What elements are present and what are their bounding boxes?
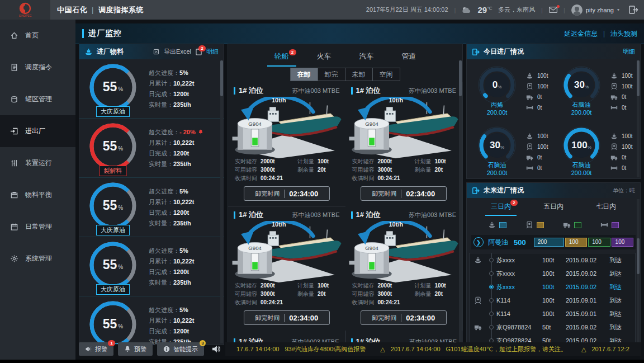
vehicle-id: 京Q9878824 bbox=[496, 323, 542, 332]
berth-stats: 实时罐存2000t 可用罐容3000t 收满时间00:24:21 计划量100t… bbox=[345, 157, 462, 182]
delay-fee-link[interactable]: 延迟金信息 bbox=[564, 29, 598, 39]
tab-badge: 2 bbox=[289, 49, 296, 55]
warning-button[interactable]: 预警 bbox=[118, 342, 153, 356]
materials-detail-link[interactable]: 明细 bbox=[206, 48, 219, 56]
material-stats: 超欠进度：5% 月累计：10,222t 日完成：1200t 实时量：235t/h bbox=[149, 68, 194, 110]
future-panel-header: 未来进厂情况 单位：吨 bbox=[467, 183, 640, 198]
arrival-date: 2015.09.02 bbox=[566, 284, 609, 290]
transport-tab[interactable]: 汽车 bbox=[359, 51, 374, 67]
status-label: 到达 bbox=[609, 310, 629, 318]
quantity: 100t bbox=[542, 310, 566, 317]
user-menu[interactable]: pity zhang ▾ bbox=[571, 4, 619, 16]
transport-breakdown: 100t 100t 0t 0t bbox=[526, 131, 548, 173]
sidebar-item[interactable]: 首页 bbox=[0, 20, 75, 51]
progress-value: 5% bbox=[179, 307, 188, 313]
today-scrollbar-thumb[interactable] bbox=[637, 60, 640, 96]
legend-item bbox=[563, 221, 581, 229]
title-accent-bar bbox=[82, 29, 84, 38]
transport-tab[interactable]: 管道 bbox=[402, 51, 416, 67]
status-label: 到达 bbox=[609, 270, 629, 278]
unload-finish-time-button[interactable]: 卸完时间 02:34:00 bbox=[361, 310, 447, 325]
unload-state-tab[interactable]: 卸完 bbox=[318, 68, 345, 81]
train-icon bbox=[610, 143, 618, 150]
material-row[interactable]: 55 % 大庆原油 超欠进度：5% 月累计：10,222t 日完成：1200t … bbox=[79, 296, 224, 345]
arrival-row[interactable]: K114 100t 2015.09.01 到达 bbox=[470, 294, 635, 307]
expand-icon[interactable]: ❯ bbox=[473, 237, 484, 247]
future-range-tab[interactable]: 五日内 bbox=[543, 202, 564, 216]
sidebar-item[interactable]: 系统管理 bbox=[0, 243, 75, 275]
flow-rate: 10t/h bbox=[389, 97, 404, 103]
future-scrollbar-thumb[interactable] bbox=[637, 238, 640, 274]
transport-tabs: 轮船 2 火车 汽车 bbox=[228, 44, 462, 67]
arrival-row[interactable]: 苏xxxx 100t 2015.09.02 到达 bbox=[470, 253, 635, 267]
progress-value: 5% bbox=[179, 69, 188, 76]
report-icon[interactable]: 2 bbox=[196, 48, 202, 55]
berth-name: 1# 泊位 bbox=[234, 86, 263, 96]
materials-scrollbar-thumb[interactable] bbox=[220, 60, 223, 96]
vehicle-id: K114 bbox=[496, 297, 542, 304]
sidebar-item-label: 装置运行 bbox=[25, 158, 52, 168]
vehicle-id: K114 bbox=[496, 310, 542, 317]
transport-tab[interactable]: 火车 bbox=[317, 51, 332, 67]
vehicle-id: 苏xxxx bbox=[496, 270, 542, 278]
sidebar-item[interactable]: 物料平衡 bbox=[0, 179, 75, 211]
sliders-icon bbox=[10, 159, 18, 167]
app-title: 中国石化 | 调度指挥系统 bbox=[57, 5, 144, 15]
status-label: 到达 bbox=[609, 256, 629, 265]
future-range-tab[interactable]: 七日内 bbox=[596, 202, 616, 216]
sidebar-item-label: 罐区管理 bbox=[25, 95, 52, 104]
arrival-row[interactable]: 苏xxxx 100t 2015.09.02 到达 bbox=[470, 280, 635, 294]
today-gauge-cell: 0 % 丙烯 200.00t 100t bbox=[469, 60, 553, 121]
ship-icon bbox=[84, 48, 93, 56]
material-row[interactable]: 55 % 大庆原油 超欠进度：5% 月累计：10,222t 日完成：1200t … bbox=[79, 178, 224, 237]
transport-tab[interactable]: 轮船 2 bbox=[274, 51, 289, 67]
sidebar-item[interactable]: 装置运行 bbox=[0, 147, 75, 179]
unit-label: 单位：吨 bbox=[613, 187, 635, 195]
export-excel-button[interactable]: 导出Excel bbox=[164, 48, 191, 56]
material-row[interactable]: 55 % 大庆原油 超欠进度：5% 月累计：10,222t 日完成：1200t … bbox=[79, 237, 224, 296]
speaker-icon[interactable] bbox=[212, 345, 221, 353]
alarm-button[interactable]: 报警 1 bbox=[79, 342, 113, 356]
sidebar-item[interactable]: 罐区管理 bbox=[0, 83, 75, 115]
report-badge: 2 bbox=[198, 45, 206, 51]
legend-color-swatch bbox=[612, 222, 619, 228]
material-row[interactable]: 55 % 大庆原油 超欠进度：5% 月累计：10,222t 日完成：1200t … bbox=[79, 59, 224, 119]
sidebar-item[interactable]: 进出厂 bbox=[0, 115, 75, 147]
smart-tips-button[interactable]: 智能提示 3 bbox=[157, 342, 204, 356]
temperature: 29℃ bbox=[477, 5, 492, 15]
unload-finish-time-button[interactable]: 卸完时间 02:34:00 bbox=[361, 186, 447, 201]
mail-icon[interactable] bbox=[549, 7, 557, 13]
bar-segment: 100 bbox=[565, 238, 587, 247]
arrival-row[interactable]: 京Q9878824 50t 2015.09.02 到达 bbox=[470, 320, 635, 334]
berth-stats: 实时罐存2000t 可用罐容3000t 收满时间00:24:21 计划量100t… bbox=[345, 281, 462, 307]
legend-color-swatch bbox=[574, 222, 581, 228]
unload-state-tab[interactable]: 空闲 bbox=[372, 68, 400, 81]
oil-head-forecast-link[interactable]: 油头预测 bbox=[610, 29, 637, 39]
unload-finish-time-button[interactable]: 卸完时间 02:34:00 bbox=[244, 310, 330, 325]
bar-segment: 100 bbox=[612, 238, 633, 247]
unload-finish-time-button[interactable]: 卸完时间 02:34:00 bbox=[244, 186, 330, 201]
tank-level-indicator bbox=[369, 262, 375, 270]
legend-transport-icon bbox=[488, 221, 496, 229]
today-detail-link[interactable]: 明细 bbox=[623, 48, 635, 56]
logout-icon[interactable] bbox=[629, 6, 638, 14]
berth-scrollbar-thumb[interactable] bbox=[459, 60, 462, 96]
truck-icon bbox=[526, 93, 533, 101]
arrival-date: 2015.09.02 bbox=[566, 257, 609, 263]
sidebar-item[interactable]: 调度指令 bbox=[0, 51, 75, 83]
sidebar-item[interactable]: 日常管理 bbox=[0, 211, 75, 243]
materials-panel-header: 进厂物料 导出Excel 2 明细 bbox=[79, 44, 224, 59]
gauge-percent: 55 bbox=[103, 79, 117, 95]
legend-transport-icon bbox=[563, 221, 571, 229]
brand-name: 中国石化 bbox=[57, 5, 87, 15]
material-row[interactable]: 55 % 裂解料 超欠进度：- 20% 月累计：10,222t 日完成：1200… bbox=[79, 119, 224, 178]
today-arrivals-panel: 今日进厂情况 明细 bbox=[466, 44, 641, 179]
unload-state-tab[interactable]: 未卸 bbox=[345, 68, 373, 81]
unload-state-tab[interactable]: 在卸 bbox=[290, 68, 318, 81]
arrival-row[interactable]: 苏xxxx 100t 2015.09.02 到达 bbox=[470, 267, 635, 280]
sidebar-item-label: 物料平衡 bbox=[25, 190, 52, 200]
summary-total: 500 bbox=[514, 238, 526, 247]
future-range-tab[interactable]: 三日内 2 bbox=[491, 202, 511, 216]
berth-illustration: G904 bbox=[230, 221, 343, 282]
arrival-row[interactable]: K114 100t 2015.09.01 到达 bbox=[470, 307, 635, 320]
